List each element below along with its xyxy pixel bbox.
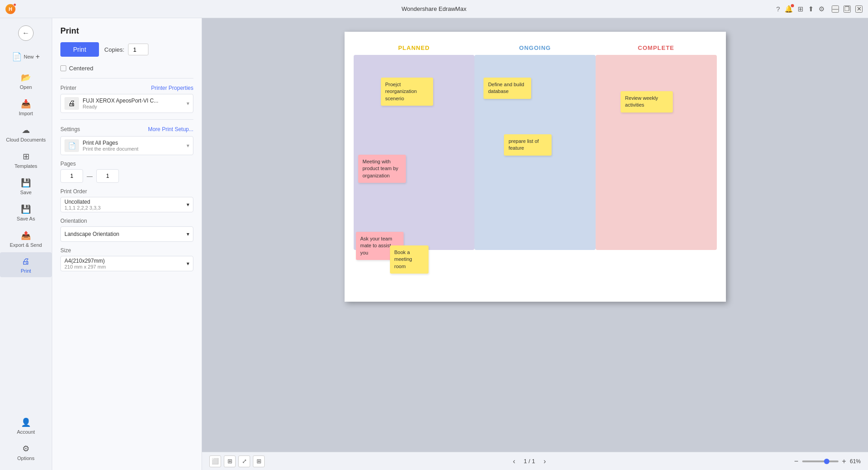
pages-label: Pages <box>60 161 193 167</box>
printer-icon: 🖨 <box>64 97 79 110</box>
copies-row: Copies: <box>104 44 148 55</box>
print-pages-chevron-icon[interactable]: ▾ <box>187 142 189 149</box>
page-info: 1 / 1 <box>523 458 535 465</box>
size-chevron-icon: ▾ <box>187 260 189 267</box>
bottom-left-tools: ⬜ ⊞ ⤢ ⊞ <box>209 455 265 467</box>
new-label: New <box>24 54 34 59</box>
title-bar: H Wondershare EdrawMax ? 🔔 ⊞ ⬆ ⚙ — ❐ ✕ <box>0 0 868 18</box>
sidebar-item-saveas[interactable]: 💾 Save As <box>0 200 52 225</box>
back-button[interactable]: ← <box>18 25 34 41</box>
sidebar-item-export[interactable]: 📤 Export & Send <box>0 226 52 251</box>
minimize-button[interactable]: — <box>832 5 839 13</box>
print-all-pages-row[interactable]: 📄 Print All Pages Print the entire docum… <box>60 136 193 155</box>
centered-label: Centered <box>69 65 93 72</box>
planned-body: Proejct reorganization scenerio Meeting … <box>354 55 475 250</box>
print-all-info: Print All Pages Print the entire documen… <box>83 140 183 152</box>
bottom-toolbar: ⬜ ⊞ ⤢ ⊞ ‹ 1 / 1 › − + 61% <box>202 452 868 470</box>
sidebar-item-import[interactable]: 📥 Import <box>0 94 52 120</box>
print-all-sub: Print the entire document <box>83 146 183 152</box>
printer-status: Ready <box>83 104 183 109</box>
export-label: Export & Send <box>10 242 42 248</box>
user-avatar-label: H <box>9 6 12 12</box>
kanban-col-complete: COMPLETE Review weekly activities <box>596 41 717 250</box>
sidebar-item-account[interactable]: 👤 Account <box>0 413 52 438</box>
cloud-icon: ☁ <box>22 125 30 135</box>
printer-row[interactable]: 🖨 FUJI XEROX ApeosPort-VI C... Ready ▾ <box>60 94 193 113</box>
printer-section-label: Printer <box>60 85 76 91</box>
bell-badge <box>791 4 794 7</box>
copies-input[interactable] <box>128 44 148 55</box>
sidebar-item-print[interactable]: 🖨 Print <box>0 252 52 277</box>
sidebar-item-new[interactable]: 📄 New + <box>0 46 52 67</box>
options-icon: ⚙ <box>22 444 30 454</box>
saveas-icon: 💾 <box>21 204 31 214</box>
help-icon[interactable]: ? <box>776 5 780 13</box>
page-current: 1 <box>523 458 527 465</box>
options-label: Options <box>17 455 35 461</box>
complete-body: Review weekly activities <box>596 55 717 250</box>
bottom-right-zoom: − + 61% <box>794 457 861 465</box>
bell-container[interactable]: 🔔 <box>784 5 793 13</box>
page-preview: PLANNED Proejct reorganization scenerio … <box>345 32 726 302</box>
ongoing-body: Define and build database prepare list o… <box>474 55 596 250</box>
kanban-col-ongoing: ONGOING Define and build database prepar… <box>474 41 596 250</box>
print-icon: 🖨 <box>22 257 30 266</box>
close-button[interactable]: ✕ <box>855 5 863 13</box>
centered-checkbox[interactable] <box>60 65 66 71</box>
settings-icon[interactable]: ⚙ <box>819 5 824 13</box>
new-plus-icon: + <box>35 53 39 61</box>
zoom-in-button[interactable]: + <box>842 457 846 465</box>
maximize-button[interactable]: ❐ <box>843 5 851 13</box>
view-fit2-btn[interactable]: ⊞ <box>253 455 265 467</box>
size-value: A4(210x297mm) <box>64 258 106 264</box>
pages-from-input[interactable] <box>60 169 83 183</box>
new-icon: 📄 <box>12 52 22 62</box>
save-icon: 💾 <box>21 178 31 188</box>
printer-properties-link[interactable]: Printer Properties <box>151 85 193 91</box>
centered-row: Centered <box>60 65 193 72</box>
view-grid-btn[interactable]: ⊞ <box>224 455 236 467</box>
app-title: Wondershare EdrawMax <box>402 5 467 12</box>
templates-icon: ⊞ <box>23 152 30 162</box>
community-icon[interactable]: ⊞ <box>798 5 804 13</box>
printer-info: FUJI XEROX ApeosPort-VI C... Ready <box>83 98 183 109</box>
size-label: Size <box>60 247 193 254</box>
sidebar-item-save[interactable]: 💾 Save <box>0 173 52 199</box>
orientation-select[interactable]: Landscape Orientation ▾ <box>60 226 193 242</box>
planned-header: PLANNED <box>354 41 475 55</box>
size-select[interactable]: A4(210x297mm) 210 mm x 297 mm ▾ <box>60 256 193 271</box>
prev-page-button[interactable]: ‹ <box>509 456 519 466</box>
pages-row: — <box>60 169 193 183</box>
next-page-button[interactable]: › <box>540 456 550 466</box>
view-single-btn[interactable]: ⬜ <box>209 455 221 467</box>
orientation-label: Orientation <box>60 218 193 224</box>
kanban-col-planned: PLANNED Proejct reorganization scenerio … <box>354 41 475 250</box>
print-all-label: Print All Pages <box>83 140 183 146</box>
sidebar-item-options[interactable]: ⚙ Options <box>0 439 52 465</box>
view-fit-btn[interactable]: ⤢ <box>238 455 250 467</box>
size-row: Size A4(210x297mm) 210 mm x 297 mm ▾ <box>60 247 193 271</box>
page-total: 1 <box>532 458 535 465</box>
print-button[interactable]: Print <box>60 42 99 57</box>
user-avatar[interactable]: H <box>5 4 15 14</box>
sidebar-item-cloud[interactable]: ☁ Cloud Documents <box>0 121 52 146</box>
more-print-setup-link[interactable]: More Print Setup... <box>148 126 193 132</box>
zoom-out-button[interactable]: − <box>794 457 798 465</box>
sidebar-item-open[interactable]: 📂 Open <box>0 68 52 93</box>
zoom-slider-thumb[interactable] <box>824 459 829 464</box>
pages-to-input[interactable] <box>96 169 119 183</box>
cloud-label: Cloud Documents <box>6 137 45 142</box>
sidebar-item-templates[interactable]: ⊞ Templates <box>0 147 52 172</box>
window-controls: ? 🔔 ⊞ ⬆ ⚙ — ❐ ✕ <box>776 5 863 13</box>
main-layout: ← 📄 New + 📂 Open 📥 Import ☁ Cloud Docume… <box>0 18 868 470</box>
share-icon[interactable]: ⬆ <box>808 5 814 13</box>
print-order-select[interactable]: Uncollated 1,1,1 2,2,2 3,3,3 ▾ <box>60 197 193 212</box>
settings-label: Settings <box>60 126 80 132</box>
print-panel: Print Print Copies: Centered Printer Pri… <box>52 18 202 470</box>
templates-label: Templates <box>15 163 37 169</box>
copies-label: Copies: <box>104 46 124 53</box>
note-ongoing-2: prepare list of feature <box>504 134 552 156</box>
zoom-slider[interactable] <box>802 460 838 462</box>
printer-chevron-icon[interactable]: ▾ <box>187 100 189 107</box>
print-panel-title: Print <box>60 26 193 36</box>
